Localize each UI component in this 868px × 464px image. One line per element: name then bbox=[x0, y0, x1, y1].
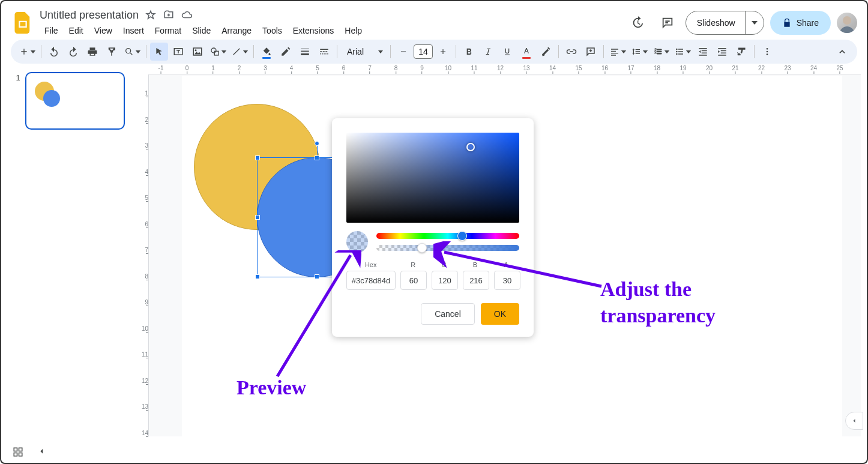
b-input[interactable] bbox=[463, 271, 489, 290]
ok-button[interactable]: OK bbox=[481, 303, 519, 325]
alpha-thumb[interactable] bbox=[417, 243, 427, 253]
rotate-handle[interactable] bbox=[315, 141, 319, 146]
document-title[interactable]: Untitled presentation bbox=[40, 9, 139, 22]
star-icon[interactable] bbox=[145, 9, 157, 21]
title-area: Untitled presentation File Edit View Ins… bbox=[40, 8, 621, 38]
font-size-increase[interactable] bbox=[434, 43, 452, 61]
insert-comment-button[interactable] bbox=[582, 43, 600, 61]
color-preview-swatch bbox=[346, 231, 368, 253]
print-button[interactable] bbox=[83, 43, 101, 61]
slide-thumbnail[interactable] bbox=[25, 72, 125, 130]
filmstrip: 1 bbox=[1, 64, 132, 442]
share-label: Share bbox=[797, 18, 819, 28]
increase-indent-button[interactable] bbox=[713, 43, 731, 61]
border-dash-button[interactable] bbox=[315, 43, 333, 61]
grid-view-icon[interactable] bbox=[11, 445, 25, 459]
menu-view[interactable]: View bbox=[89, 23, 117, 38]
font-size-decrease[interactable] bbox=[394, 43, 412, 61]
menu-format[interactable]: Format bbox=[150, 23, 186, 38]
comments-icon[interactable] bbox=[656, 11, 680, 35]
select-tool[interactable] bbox=[150, 43, 168, 61]
resize-handle-ml[interactable] bbox=[255, 215, 260, 220]
fill-color-button[interactable] bbox=[258, 43, 276, 61]
underline-button[interactable] bbox=[498, 43, 516, 61]
insert-link-button[interactable] bbox=[562, 43, 580, 61]
align-button[interactable] bbox=[607, 43, 628, 61]
a-input[interactable] bbox=[494, 271, 520, 290]
font-size-input[interactable]: 14 bbox=[414, 44, 433, 59]
menu-extensions[interactable]: Extensions bbox=[288, 23, 339, 38]
g-input[interactable] bbox=[432, 271, 458, 290]
collapse-toolbar-button[interactable] bbox=[833, 43, 851, 61]
svg-point-10 bbox=[767, 48, 768, 50]
menu-edit[interactable]: Edit bbox=[64, 23, 88, 38]
hue-thumb[interactable] bbox=[457, 231, 467, 241]
resize-handle-tm[interactable] bbox=[315, 155, 319, 160]
resize-handle-tl[interactable] bbox=[255, 155, 260, 160]
horizontal-ruler[interactable]: -101234567891011121314151617181920212223… bbox=[149, 64, 861, 74]
cancel-button[interactable]: Cancel bbox=[421, 303, 475, 325]
font-select[interactable]: Arial bbox=[341, 43, 387, 60]
border-color-button[interactable] bbox=[277, 43, 295, 61]
menu-slide[interactable]: Slide bbox=[187, 23, 215, 38]
speaker-notes-toggle[interactable] bbox=[35, 445, 49, 459]
decrease-indent-button[interactable] bbox=[694, 43, 712, 61]
undo-button[interactable] bbox=[45, 43, 63, 61]
svg-point-9 bbox=[676, 53, 678, 55]
menu-file[interactable]: File bbox=[40, 23, 63, 38]
text-box-button[interactable] bbox=[169, 43, 187, 61]
hue-slider[interactable] bbox=[376, 233, 519, 239]
menu-insert[interactable]: Insert bbox=[118, 23, 149, 38]
slideshow-dropdown[interactable] bbox=[746, 11, 764, 34]
sv-cursor[interactable] bbox=[466, 143, 475, 151]
label-b: B bbox=[462, 261, 489, 268]
svg-rect-13 bbox=[14, 448, 17, 451]
r-input[interactable] bbox=[400, 271, 427, 290]
new-slide-button[interactable] bbox=[17, 43, 37, 61]
account-avatar[interactable] bbox=[837, 13, 857, 33]
shape-button[interactable] bbox=[208, 43, 228, 61]
paint-format-button[interactable] bbox=[103, 43, 121, 61]
slideshow-start[interactable]: Slideshow bbox=[686, 11, 746, 34]
bulleted-list-button[interactable] bbox=[672, 43, 693, 61]
svg-point-1 bbox=[126, 49, 131, 53]
lock-icon bbox=[782, 18, 792, 28]
label-hex: Hex bbox=[346, 261, 395, 268]
explore-tab[interactable] bbox=[845, 412, 863, 430]
resize-handle-bl[interactable] bbox=[255, 274, 260, 279]
vertical-ruler[interactable]: 1234567891011121314 bbox=[138, 74, 149, 436]
slideshow-label: Slideshow bbox=[697, 18, 735, 28]
svg-rect-6 bbox=[214, 51, 219, 55]
slide-thumb-1[interactable]: 1 bbox=[13, 72, 125, 130]
hex-input[interactable] bbox=[346, 271, 396, 290]
resize-handle-bm[interactable] bbox=[315, 274, 319, 279]
line-spacing-button[interactable] bbox=[629, 43, 649, 61]
svg-point-12 bbox=[767, 53, 768, 55]
image-button[interactable] bbox=[188, 43, 206, 61]
more-button[interactable] bbox=[758, 43, 776, 61]
menu-tools[interactable]: Tools bbox=[258, 23, 287, 38]
bold-button[interactable] bbox=[460, 43, 478, 61]
saturation-value-field[interactable] bbox=[346, 133, 519, 223]
svg-point-4 bbox=[195, 49, 197, 51]
share-button[interactable]: Share bbox=[770, 11, 831, 35]
slide-number: 1 bbox=[13, 72, 20, 130]
move-icon[interactable] bbox=[163, 9, 175, 21]
text-color-button[interactable] bbox=[517, 43, 535, 61]
alpha-slider[interactable] bbox=[376, 245, 519, 251]
checklist-button[interactable] bbox=[651, 43, 671, 61]
italic-button[interactable] bbox=[479, 43, 497, 61]
clear-format-button[interactable] bbox=[732, 43, 750, 61]
menu-arrange[interactable]: Arrange bbox=[217, 23, 256, 38]
line-button[interactable] bbox=[229, 43, 250, 61]
redo-button[interactable] bbox=[64, 43, 82, 61]
history-icon[interactable] bbox=[625, 11, 649, 35]
menu-help[interactable]: Help bbox=[340, 23, 367, 38]
highlight-button[interactable] bbox=[537, 43, 555, 61]
border-weight-button[interactable] bbox=[296, 43, 314, 61]
cloud-status-icon[interactable] bbox=[181, 9, 193, 21]
label-g: G bbox=[431, 261, 457, 268]
menu-bar: File Edit View Insert Format Slide Arran… bbox=[40, 23, 621, 38]
zoom-button[interactable] bbox=[122, 43, 142, 61]
fill-color-swatch bbox=[262, 57, 271, 59]
